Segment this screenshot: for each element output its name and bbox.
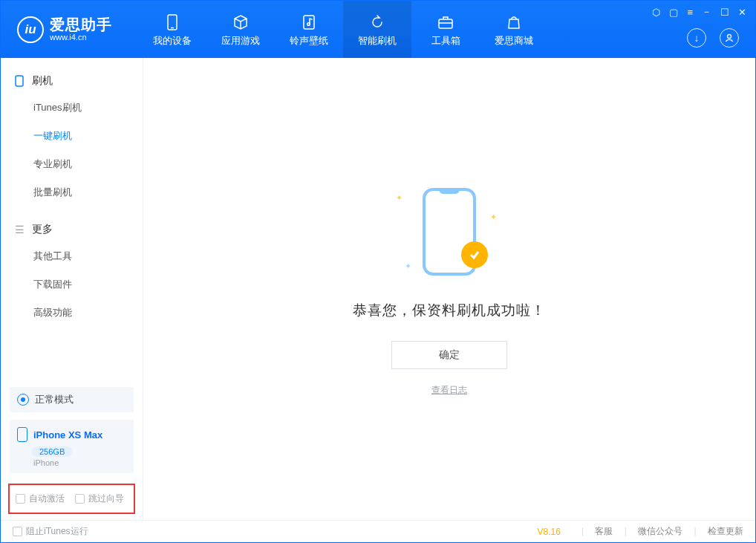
checkbox-icon <box>16 494 25 504</box>
svg-rect-4 <box>439 19 452 28</box>
link-support[interactable]: 客服 <box>595 526 613 536</box>
status-bar: 阻止iTunes运行 V8.16 | 客服 | 微信公众号 | 检查更新 <box>1 520 755 542</box>
sidebar-group-flash[interactable]: 刷机 <box>1 68 143 94</box>
sidebar-item-itunes-flash[interactable]: iTunes刷机 <box>1 94 143 122</box>
link-wechat[interactable]: 微信公众号 <box>638 526 682 536</box>
svg-point-6 <box>728 35 731 39</box>
tab-smart-flash[interactable]: 智能刷机 <box>343 1 411 58</box>
tab-toolbox[interactable]: 工具箱 <box>411 1 480 58</box>
refresh-icon <box>368 14 386 30</box>
tab-apps-games[interactable]: 应用游戏 <box>206 1 275 58</box>
success-title: 恭喜您，保资料刷机成功啦！ <box>353 301 546 320</box>
logo-area[interactable]: iu 爱思助手 www.i4.cn <box>1 1 138 58</box>
status-links: | 客服 | 微信公众号 | 检查更新 <box>573 525 743 538</box>
tab-label: 智能刷机 <box>358 34 397 48</box>
svg-point-3 <box>307 23 310 26</box>
sparkle-icon: ✦ <box>490 212 497 222</box>
version-label: V8.16 <box>538 527 561 537</box>
checkbox-icon <box>13 527 22 536</box>
app-title: 爱思助手 <box>50 16 112 33</box>
tab-label: 爱思商城 <box>495 34 533 48</box>
check-badge-icon <box>461 241 488 268</box>
sidebar-item-other-tools[interactable]: 其他工具 <box>1 242 143 270</box>
sparkle-icon: ✦ <box>396 193 403 203</box>
checkbox-block-itunes[interactable]: 阻止iTunes运行 <box>13 525 88 538</box>
ok-button[interactable]: 确定 <box>391 341 507 369</box>
svg-rect-7 <box>16 76 23 86</box>
app-window: iu 爱思助手 www.i4.cn 我的设备 应用游戏 铃声壁纸 智能刷机 <box>0 0 756 543</box>
group-title: 刷机 <box>32 74 53 88</box>
skin-icon[interactable]: ▢ <box>669 7 678 18</box>
device-icon <box>163 14 181 30</box>
nav-tabs: 我的设备 应用游戏 铃声壁纸 智能刷机 工具箱 爱思商城 <box>138 1 548 58</box>
device-title: iPhone XS Max <box>17 427 126 442</box>
maximize-icon[interactable]: ☐ <box>720 7 729 18</box>
tab-label: 我的设备 <box>153 34 192 48</box>
device-type: iPhone <box>33 458 126 467</box>
device-row[interactable]: iPhone XS Max 256GB iPhone <box>10 420 134 473</box>
device-panel: 正常模式 iPhone XS Max 256GB iPhone <box>1 380 143 484</box>
checkbox-skip-guide[interactable]: 跳过向导 <box>75 492 124 505</box>
header-right-icons: ↓ <box>687 28 739 48</box>
checkbox-auto-activate[interactable]: 自动激活 <box>16 492 65 505</box>
success-illustration: ✦ ✦ ✦ <box>382 181 516 282</box>
mode-label: 正常模式 <box>35 393 74 406</box>
sidebar-item-pro-flash[interactable]: 专业刷机 <box>1 150 143 178</box>
device-name: iPhone XS Max <box>33 429 102 440</box>
checkbox-label: 跳过向导 <box>88 492 124 505</box>
bag-icon <box>505 14 523 30</box>
content-area: ✦ ✦ ✦ 恭喜您，保资料刷机成功啦！ 确定 查看日志 <box>143 58 755 520</box>
theme-icon[interactable]: ⬡ <box>652 7 660 18</box>
tab-my-device[interactable]: 我的设备 <box>138 1 206 58</box>
logo-icon: iu <box>17 16 44 43</box>
sidebar-group-more[interactable]: ☰ 更多 <box>1 217 143 242</box>
tab-ringtone-wallpaper[interactable]: 铃声壁纸 <box>275 1 343 58</box>
storage-badge: 256GB <box>32 446 72 457</box>
device-mini-icon <box>14 76 25 86</box>
download-icon[interactable]: ↓ <box>687 28 706 48</box>
tab-label: 应用游戏 <box>221 34 260 48</box>
checkbox-icon <box>75 494 85 504</box>
checkbox-label: 自动激活 <box>29 492 65 505</box>
group-title: 更多 <box>32 223 53 236</box>
app-subtitle: www.i4.cn <box>50 33 112 42</box>
window-controls: ⬡ ▢ ≡ － ☐ ✕ <box>652 5 746 19</box>
sidebar: 刷机 iTunes刷机 一键刷机 专业刷机 批量刷机 ☰ 更多 其他工具 下载固… <box>1 58 143 520</box>
link-check-update[interactable]: 检查更新 <box>708 526 743 536</box>
sidebar-item-batch-flash[interactable]: 批量刷机 <box>1 178 143 207</box>
sidebar-item-advanced[interactable]: 高级功能 <box>1 299 143 327</box>
option-box-highlight: 自动激活 跳过向导 <box>8 484 135 514</box>
sidebar-item-oneclick-flash[interactable]: 一键刷机 <box>1 122 143 150</box>
body-area: 刷机 iTunes刷机 一键刷机 专业刷机 批量刷机 ☰ 更多 其他工具 下载固… <box>1 58 755 520</box>
note-icon <box>300 14 318 30</box>
tab-label: 铃声壁纸 <box>290 34 328 48</box>
header: iu 爱思助手 www.i4.cn 我的设备 应用游戏 铃声壁纸 智能刷机 <box>1 1 755 58</box>
close-icon[interactable]: ✕ <box>738 7 746 18</box>
menu-icon[interactable]: ≡ <box>687 7 693 18</box>
view-log-link[interactable]: 查看日志 <box>431 384 467 397</box>
cycle-icon <box>17 394 29 406</box>
sidebar-scroll: 刷机 iTunes刷机 一键刷机 专业刷机 批量刷机 ☰ 更多 其他工具 下载固… <box>1 58 143 380</box>
logo-text: 爱思助手 www.i4.cn <box>50 16 112 42</box>
user-icon[interactable] <box>720 28 739 48</box>
sidebar-item-download-firmware[interactable]: 下载固件 <box>1 270 143 299</box>
tab-label: 工具箱 <box>431 34 460 48</box>
checkbox-label: 阻止iTunes运行 <box>26 525 88 538</box>
list-icon: ☰ <box>14 224 25 235</box>
cube-icon <box>232 14 250 30</box>
toolbox-icon <box>437 14 454 30</box>
mode-row[interactable]: 正常模式 <box>10 387 134 412</box>
minimize-icon[interactable]: － <box>702 5 711 19</box>
tab-shop[interactable]: 爱思商城 <box>480 1 548 58</box>
phone-icon <box>17 427 27 442</box>
sparkle-icon: ✦ <box>405 261 411 271</box>
